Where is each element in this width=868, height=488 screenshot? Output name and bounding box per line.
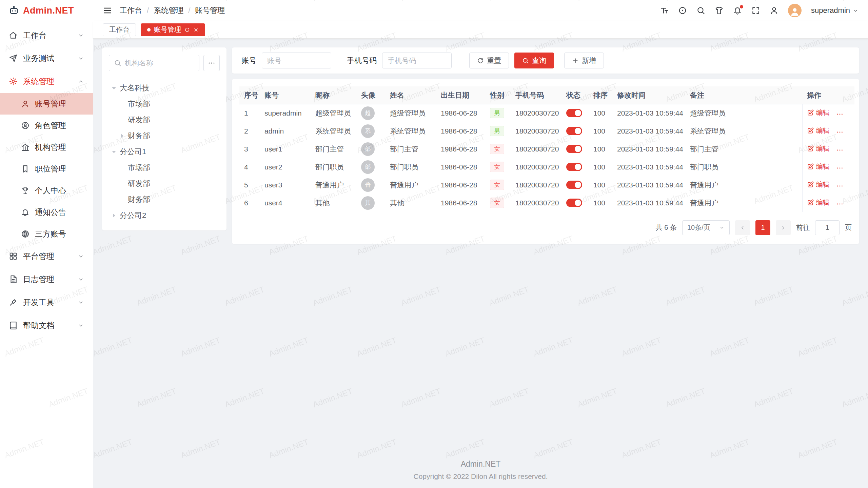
table-row[interactable]: 5 user3 普通用户 普 普通用户 1986-06-28 女 1802003… <box>239 176 854 194</box>
status-toggle[interactable] <box>566 163 582 171</box>
hamburger-menu-icon[interactable] <box>103 6 112 15</box>
sidebar: Admin.NET 工作台 业务测试 系统管理 账号管理 <box>0 0 93 488</box>
profile-icon[interactable] <box>770 6 778 15</box>
breadcrumb-item[interactable]: 账号管理 <box>195 5 225 16</box>
phone-filter-input[interactable] <box>382 53 452 68</box>
table-row[interactable]: 4 user2 部门职员 部 部门职员 1986-06-28 女 1802003… <box>239 158 854 176</box>
more-actions-icon[interactable] <box>836 128 844 136</box>
sidebar-item-log-management[interactable]: 日志管理 <box>0 268 93 291</box>
edit-button[interactable]: 编辑 <box>807 180 830 189</box>
user-menu[interactable]: superadmin <box>811 6 859 15</box>
sidebar-item-platform-management[interactable]: 平台管理 <box>0 245 93 268</box>
username-label: superadmin <box>811 6 850 15</box>
edit-button[interactable]: 编辑 <box>807 126 830 135</box>
tab-account-management[interactable]: 账号管理 <box>141 23 205 36</box>
sidebar-item-third-party-account[interactable]: 三方账号 <box>0 223 93 245</box>
status-toggle[interactable] <box>566 109 582 117</box>
tree-node[interactable]: 市场部 <box>109 160 220 176</box>
search-icon[interactable] <box>696 6 705 15</box>
cell-avatar: 部 <box>356 140 385 158</box>
chevron-down-icon <box>78 299 84 306</box>
sidebar-item-help-docs[interactable]: 帮助文档 <box>0 314 93 337</box>
font-size-icon[interactable] <box>660 6 669 15</box>
edit-label: 编辑 <box>816 144 830 153</box>
more-actions-icon[interactable] <box>836 110 844 118</box>
edit-button[interactable]: 编辑 <box>807 198 830 207</box>
edit-button[interactable]: 编辑 <box>807 108 830 117</box>
goto-page-input[interactable] <box>815 220 840 235</box>
sidebar-item-position-management[interactable]: 职位管理 <box>0 158 93 180</box>
caret-right-icon[interactable] <box>120 134 124 138</box>
cell-account: user3 <box>260 176 311 194</box>
table-body: 1 superadmin 超级管理员 超 超级管理员 1986-06-28 男 … <box>239 104 854 212</box>
pagination-total: 共 6 条 <box>656 223 677 232</box>
breadcrumb-item[interactable]: 工作台 <box>120 5 142 16</box>
caret-down-icon[interactable] <box>112 86 116 90</box>
status-toggle[interactable] <box>566 199 582 207</box>
cell-gender: 女 <box>485 158 511 176</box>
cell-birthdate: 1986-06-28 <box>436 194 485 212</box>
status-toggle[interactable] <box>566 145 582 153</box>
more-actions-icon[interactable] <box>836 164 844 172</box>
org-name-search-input[interactable] <box>125 59 194 67</box>
reset-button[interactable]: 重置 <box>469 53 509 68</box>
account-filter-input[interactable] <box>262 53 331 68</box>
sidebar-item-label: 机构管理 <box>35 142 66 152</box>
page-size-select[interactable]: 10条/页 <box>682 220 730 235</box>
table-row[interactable]: 1 superadmin 超级管理员 超 超级管理员 1986-06-28 男 … <box>239 104 854 122</box>
breadcrumb-item[interactable]: 系统管理 <box>154 5 183 16</box>
more-actions-icon[interactable] <box>836 146 844 154</box>
sidebar-item-account-management[interactable]: 账号管理 <box>0 93 93 115</box>
close-icon[interactable] <box>193 27 199 33</box>
status-toggle[interactable] <box>566 127 582 135</box>
sidebar-item-business-test[interactable]: 业务测试 <box>0 47 93 70</box>
sidebar-item-personal-center[interactable]: 个人中心 <box>0 180 93 201</box>
query-button[interactable]: 查询 <box>514 53 554 68</box>
tree-node[interactable]: 大名科技 <box>109 80 220 96</box>
more-actions-icon[interactable] <box>836 182 844 190</box>
more-actions-icon[interactable] <box>836 200 844 208</box>
sidebar-item-dev-tools[interactable]: 开发工具 <box>0 291 93 314</box>
chevron-left-icon <box>739 225 746 231</box>
chevron-down-icon <box>78 253 84 260</box>
tree-node[interactable]: 财务部 <box>109 128 220 144</box>
tree-node[interactable]: 财务部 <box>109 191 220 207</box>
locale-icon[interactable] <box>678 6 687 15</box>
fullscreen-icon[interactable] <box>751 6 760 15</box>
status-toggle[interactable] <box>566 181 582 189</box>
theme-icon[interactable] <box>715 6 724 15</box>
sidebar-item-workbench[interactable]: 工作台 <box>0 24 93 47</box>
cell-nickname: 部门主管 <box>311 140 356 158</box>
table-row[interactable]: 2 admin 系统管理员 系 系统管理员 1986-06-28 男 18020… <box>239 122 854 140</box>
sidebar-item-system-management[interactable]: 系统管理 <box>0 70 93 93</box>
prev-page-button[interactable] <box>735 220 750 235</box>
bookmark-icon <box>21 165 29 173</box>
edit-button[interactable]: 编辑 <box>807 144 830 153</box>
caret-right-icon[interactable] <box>112 213 116 218</box>
next-page-button[interactable] <box>776 220 791 235</box>
tree-node[interactable]: 市场部 <box>109 96 220 112</box>
sidebar-item-notice[interactable]: 通知公告 <box>0 201 93 223</box>
tree-more-button[interactable] <box>203 55 220 71</box>
cell-phone: 18020030720 <box>511 122 561 140</box>
sidebar-item-label: 帮助文档 <box>23 320 54 331</box>
tree-node[interactable]: 研发部 <box>109 176 220 191</box>
table-row[interactable]: 6 user4 其他 其 其他 1986-06-28 女 18020030720 <box>239 194 854 212</box>
tree-node[interactable]: 分公司1 <box>109 144 220 160</box>
page-number-1[interactable]: 1 <box>755 220 770 235</box>
table-row[interactable]: 3 user1 部门主管 部 部门主管 1986-06-28 女 1802003… <box>239 140 854 158</box>
sidebar-item-role-management[interactable]: 角色管理 <box>0 115 93 136</box>
tab-workbench[interactable]: 工作台 <box>103 23 136 36</box>
right-column: 账号 手机号码 重置 查询 新增 <box>232 47 859 244</box>
tree-node[interactable]: 研发部 <box>109 112 220 128</box>
sidebar-item-org-management[interactable]: 机构管理 <box>0 136 93 158</box>
add-button[interactable]: 新增 <box>564 53 604 68</box>
sidebar-item-label: 个人中心 <box>35 185 66 196</box>
avatar[interactable] <box>788 4 802 17</box>
refresh-icon[interactable] <box>184 27 190 33</box>
sidebar-menu: 工作台 业务测试 系统管理 账号管理 角色管理 <box>0 21 93 337</box>
caret-down-icon[interactable] <box>112 149 116 154</box>
tree-node[interactable]: 分公司2 <box>109 207 220 223</box>
edit-button[interactable]: 编辑 <box>807 162 830 171</box>
notification-button[interactable] <box>733 6 742 15</box>
